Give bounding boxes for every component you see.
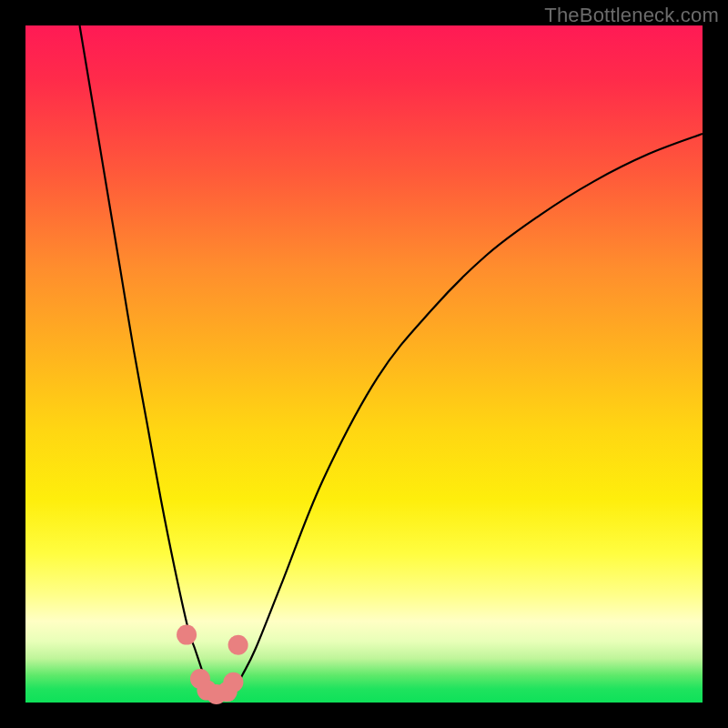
chart-svg [25, 25, 703, 703]
watermark-text: TheBottleneck.com [544, 4, 719, 27]
chart-plot-area [25, 25, 703, 703]
highlight-dot [228, 635, 248, 655]
highlight-dot [223, 672, 243, 693]
highlight-dot [177, 625, 197, 645]
highlight-dots-group [177, 625, 248, 704]
bottleneck-curve [80, 25, 703, 699]
chart-frame: TheBottleneck.com [0, 0, 728, 728]
